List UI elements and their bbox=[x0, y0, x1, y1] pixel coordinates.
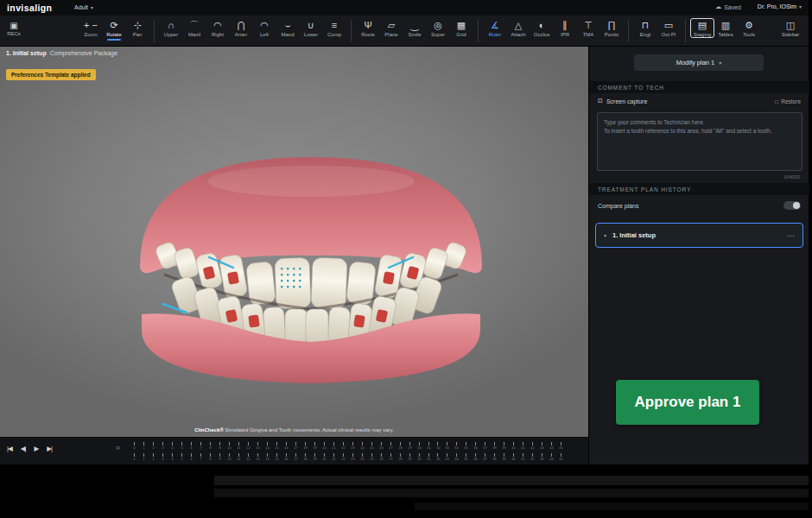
tool-roots-button[interactable]: ΨRoots bbox=[357, 19, 379, 37]
comment-placeholder-line1: Type your comments to Technician here. bbox=[604, 118, 796, 127]
upper-icon: ∩ bbox=[168, 20, 174, 31]
stage-tick: 8 bbox=[206, 453, 215, 461]
stage-tick: 21 bbox=[329, 453, 339, 461]
stage-tick: 30 bbox=[415, 442, 424, 450]
upper-stage-timeline[interactable]: 0123456789101112131415161718192021222324… bbox=[130, 442, 566, 450]
right-sidebar: Modify plan 1 ▾ COMMENT TO TECH ⊡ Screen… bbox=[588, 47, 809, 464]
stage-tick: 9 bbox=[215, 442, 225, 450]
stage-tick: 29 bbox=[405, 442, 415, 450]
stage-tick: 20 bbox=[320, 453, 329, 461]
stage-tick: 35 bbox=[461, 453, 471, 461]
skip-start-button[interactable]: |◀ bbox=[7, 445, 12, 452]
lower-stage-timeline[interactable]: 0123456789101112131415161718192021222324… bbox=[130, 453, 566, 461]
tool-zoom-button[interactable]: + −Zoom bbox=[79, 19, 102, 41]
tool-label: Anter bbox=[235, 32, 247, 37]
tool-anter-button[interactable]: ⋂Anter bbox=[230, 19, 252, 37]
tool-left-button[interactable]: ◠Left bbox=[253, 19, 276, 37]
stage-tick: 17 bbox=[291, 442, 301, 450]
tool-label: Upper bbox=[164, 32, 178, 37]
tool-super-button[interactable]: ◎Super bbox=[427, 19, 449, 37]
tool-rotate-button[interactable]: ⟳Rotate bbox=[103, 19, 125, 41]
tool-comp-button[interactable]: ≡Comp bbox=[323, 19, 346, 37]
plan-item-label: 1. Initial setup bbox=[612, 231, 656, 239]
tool-tma-button[interactable]: ⊤TMA bbox=[577, 19, 599, 37]
recs-button[interactable]: ▣ RECs bbox=[3, 21, 24, 36]
tool-upper-button[interactable]: ∩Upper bbox=[160, 19, 182, 37]
stage-tick: 41 bbox=[518, 453, 528, 461]
tma-icon: ⊤ bbox=[584, 20, 593, 31]
bottom-bar-artifact bbox=[415, 502, 809, 510]
tool-attach-button[interactable]: △Attach bbox=[507, 19, 530, 37]
screen-capture-label: Screen capture bbox=[606, 98, 647, 104]
rotate-icon: ⟳ bbox=[110, 20, 117, 31]
bottom-bar-artifact bbox=[214, 476, 809, 485]
timeline-marker-icon[interactable]: ○ bbox=[116, 444, 120, 452]
tool-label: Attach bbox=[511, 32, 525, 37]
stage-tick: 12 bbox=[244, 442, 253, 450]
tool-grid-button[interactable]: ▦Grid bbox=[450, 19, 473, 37]
tool-label: Maxil bbox=[188, 32, 200, 37]
compare-plans-toggle[interactable] bbox=[783, 201, 801, 210]
stage-tick: 12 bbox=[244, 453, 253, 461]
stage-tick: 44 bbox=[547, 453, 556, 461]
stage-tick: 3 bbox=[158, 453, 168, 461]
tool-pontic-button[interactable]: ∏Pontic bbox=[600, 19, 623, 37]
mand-icon: ⌣ bbox=[284, 20, 290, 31]
tools-icon: ⚙ bbox=[745, 20, 753, 31]
stage-tick: 30 bbox=[415, 453, 424, 461]
tool-maxil-button[interactable]: ⌒Maxil bbox=[183, 19, 206, 37]
tool-smile-button[interactable]: ‿Smile bbox=[403, 19, 426, 37]
maxil-icon: ⌒ bbox=[190, 20, 200, 31]
toolbar-divider bbox=[154, 20, 155, 42]
stage-tick: 19 bbox=[310, 453, 320, 461]
more-options-icon[interactable]: ⋯ bbox=[787, 231, 795, 240]
tool-engt-button[interactable]: ⊓Engt bbox=[634, 19, 657, 37]
stage-tick: 0 bbox=[130, 453, 139, 461]
step-forward-button[interactable]: ▶| bbox=[47, 445, 52, 452]
patient-type-menu[interactable]: Adult ▾ bbox=[74, 4, 93, 10]
plan-history-item[interactable]: ▾ 1. Initial setup ⋯ bbox=[595, 223, 803, 248]
engt-icon: ⊓ bbox=[642, 20, 650, 31]
sidebar-icon: ◫ bbox=[786, 20, 795, 31]
stage-tick: 22 bbox=[339, 453, 348, 461]
screen-capture-button[interactable]: ⊡ Screen capture bbox=[598, 98, 647, 104]
stage-tick: 7 bbox=[196, 453, 206, 461]
restore-icon: □ bbox=[775, 98, 778, 104]
stage-tick: 26 bbox=[377, 453, 386, 461]
user-menu[interactable]: Dr. Pro, IOSim ▾ bbox=[758, 3, 802, 9]
play-button[interactable]: ▶ bbox=[34, 445, 38, 452]
tool-tools-button[interactable]: ⚙Tools bbox=[738, 19, 760, 37]
sidebar-toggle-button[interactable]: ◫ Sidebar bbox=[777, 20, 803, 37]
tool-right-button[interactable]: ◠Right bbox=[206, 19, 229, 37]
top-header: invisalign Adult ▾ ☁ Saved Dr. Pro, IOSi… bbox=[0, 0, 809, 16]
tool-lower-button[interactable]: ∪Lower bbox=[300, 19, 322, 37]
stage-tick: 2 bbox=[149, 453, 158, 461]
approve-plan-button[interactable]: Approve plan 1 bbox=[616, 380, 759, 425]
restore-button[interactable]: □ Restore bbox=[775, 98, 801, 104]
stage-tick: 11 bbox=[234, 442, 244, 450]
tool-plane-button[interactable]: ▱Plane bbox=[380, 19, 403, 37]
comment-textarea[interactable]: Type your comments to Technician here. T… bbox=[597, 112, 802, 171]
tool-mand-button[interactable]: ⌣Mand bbox=[276, 19, 299, 37]
tool-ruler-button[interactable]: ∡Ruler bbox=[484, 19, 506, 37]
stage-tick: 45 bbox=[556, 453, 566, 461]
patient-type-label: Adult bbox=[74, 4, 88, 10]
tool-staging-button[interactable]: ▤Staging bbox=[691, 19, 714, 37]
stage-tick: 29 bbox=[405, 453, 415, 461]
stage-tick: 6 bbox=[187, 453, 196, 461]
tool-oct-pl-button[interactable]: ▭Oct Pl bbox=[657, 19, 680, 37]
tool-pan-button[interactable]: ⊹Pan bbox=[126, 19, 149, 41]
toolbar-group: + −Zoom⟳Rotate⊹Pan bbox=[79, 19, 149, 41]
invisalign-logo: invisalign bbox=[7, 3, 52, 13]
stage-tick: 31 bbox=[424, 453, 434, 461]
tool-label: Left bbox=[260, 32, 269, 37]
3d-viewport[interactable]: 1. Initial setupComprehensive Package Pr… bbox=[0, 47, 588, 437]
tool-ipr-button[interactable]: ∥IPR bbox=[554, 19, 576, 37]
step-back-button[interactable]: ◀| bbox=[21, 445, 26, 452]
tool-tables-button[interactable]: ▥Tables bbox=[714, 19, 737, 37]
stage-tick: 27 bbox=[386, 442, 396, 450]
save-status: ☁ Saved bbox=[715, 3, 741, 10]
tool-occlus-button[interactable]: ◐Occlus bbox=[530, 19, 553, 37]
modify-plan-button[interactable]: Modify plan 1 ▾ bbox=[634, 54, 764, 71]
lower-icon: ∪ bbox=[308, 20, 314, 31]
